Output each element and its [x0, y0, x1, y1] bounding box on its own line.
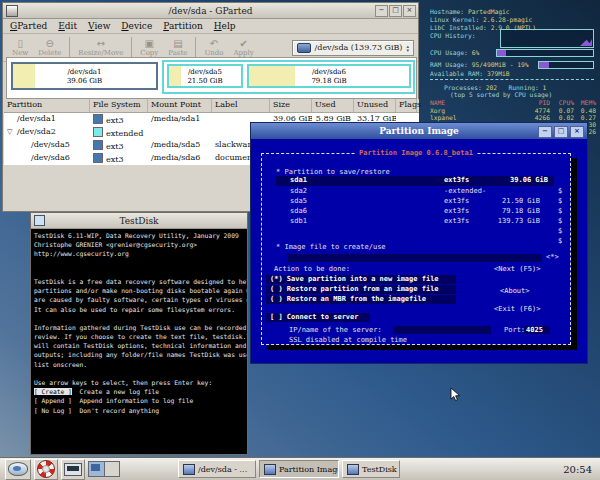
task-buttons: /dev/sda - ...Partition ImageTestDisk — [178, 460, 400, 478]
partition-box-sda6[interactable]: /dev/sda679.18 GiB — [247, 64, 411, 88]
testdisk-menu-item[interactable]: [ Create ] Create a new log file — [34, 387, 247, 396]
port-input[interactable]: 4025 — [524, 326, 550, 334]
undo-icon: ↶ — [210, 38, 218, 49]
minimize-button[interactable]: − — [538, 126, 552, 138]
delete-button[interactable]: ⊖Delete — [33, 38, 66, 57]
action-radio-0[interactable]: (*) Save partition into a new image file — [266, 275, 456, 284]
column-header-flags[interactable]: Flags — [396, 99, 417, 112]
connect-to-server-checkbox[interactable]: [ ] Connect to server — [266, 313, 370, 322]
menu-edit[interactable]: Edit — [58, 21, 77, 31]
partimage-window: Partition Image −□× Partition Image 0.6.… — [250, 122, 588, 364]
menu-option-label[interactable]: [ Create ] — [34, 388, 72, 395]
device-combo[interactable]: /dev/sda (139.73 GiB) ▴▾ — [292, 40, 414, 56]
partimage-title: Partition Image — [379, 126, 459, 136]
info-line: Hostname: PartedMagic — [430, 8, 510, 15]
lifebuoy-icon — [37, 460, 55, 478]
column-header-size[interactable]: Size — [270, 99, 312, 112]
terminal-line: Use arrow keys to select, then press Ent… — [34, 378, 247, 387]
action-radio-2[interactable]: ( ) Restore an MBR from the imagefile — [266, 295, 456, 304]
resize-move-icon: ↔ — [97, 38, 105, 49]
partition-cell: ▽/dev/sda2 — [4, 126, 90, 139]
listbox-scrollbar[interactable]: $ — [558, 227, 562, 235]
partimage-dialog-body: Partition Image 0.6.8_beta1 * Partition … — [251, 139, 587, 363]
menu-option-label[interactable]: [ Append ] — [34, 397, 72, 404]
terminal-line — [34, 314, 247, 323]
help-button[interactable] — [34, 459, 58, 480]
maximize-button[interactable]: □ — [389, 5, 402, 17]
ssl-note: SSL disabled at compile time — [289, 336, 407, 344]
gparted-titlebar[interactable]: /dev/sda - GParted −□× — [3, 3, 418, 19]
workspace-pager[interactable] — [88, 461, 120, 477]
about-button[interactable]: <About> — [500, 287, 530, 295]
gparted-app-icon — [6, 5, 18, 17]
menu-option-label[interactable]: [ No Log ] — [34, 407, 72, 414]
listbox-scrollbar[interactable]: $ — [558, 187, 562, 195]
terminal-launcher-button[interactable] — [61, 459, 85, 480]
image-file-input[interactable] — [288, 254, 542, 262]
process-table-header: NAMEPIDCPU%MEM% — [430, 99, 596, 106]
taskbar-task--dev-sda-[interactable]: /dev/sda - ... — [178, 460, 256, 478]
port-label: Port: — [504, 326, 525, 334]
undo-button[interactable]: ↶Undo — [199, 38, 228, 57]
menu-help[interactable]: Help — [214, 21, 236, 31]
column-header-used[interactable]: Used — [312, 99, 354, 112]
mount-point-cell: /media/sda1 — [148, 113, 212, 126]
exit-button[interactable]: <Exit (F6)> — [494, 305, 540, 313]
paste-icon: ▤ — [173, 38, 182, 49]
column-header-file-system[interactable]: File System — [90, 99, 148, 112]
menu-partition[interactable]: Partition — [163, 21, 203, 31]
expander-icon[interactable]: ▽ — [7, 128, 17, 136]
taskbar-task-testdisk[interactable]: TestDisk — [342, 460, 400, 478]
minimize-button[interactable]: − — [375, 5, 388, 17]
copy-button[interactable]: ▣Copy — [135, 38, 163, 57]
workspace-1[interactable] — [89, 462, 105, 476]
testdisk-menu-item[interactable]: [ Append ] Append information to log fil… — [34, 396, 247, 405]
filesystem-cell: ext3 — [90, 152, 148, 165]
close-button[interactable]: × — [403, 5, 416, 17]
start-menu-button[interactable] — [5, 459, 31, 480]
maximize-button[interactable]: □ — [554, 126, 568, 138]
processes-line: Processes: 202 Running: 1 — [444, 84, 546, 91]
partition-list-item[interactable]: sdb1 — [290, 217, 307, 225]
filesystem-cell: ext3 — [90, 139, 148, 152]
partition-list-item[interactable]: sda5 — [290, 197, 307, 205]
mouse-cursor — [450, 387, 462, 403]
listbox-scrollbar[interactable]: $ — [558, 197, 562, 205]
disk-icon — [297, 43, 311, 53]
partition-list-item[interactable]: sda2 — [290, 187, 307, 195]
apply-button[interactable]: ✔Apply — [229, 38, 259, 57]
workspace-2[interactable] — [105, 462, 120, 476]
mount-point-cell: /media/sda6 — [148, 152, 212, 165]
testdisk-titlebar[interactable]: TestDisk — [31, 213, 247, 229]
next-button[interactable]: <Next (F5)> — [494, 265, 540, 273]
server-input[interactable] — [393, 326, 491, 334]
paste-button[interactable]: ▤Paste — [163, 38, 192, 57]
listbox-scrollbar[interactable]: $ — [558, 237, 562, 245]
new-button[interactable]: ▯New — [7, 38, 33, 57]
partition-box-sda5[interactable]: /dev/sda521.50 GiB — [167, 64, 243, 88]
testdisk-menu-item[interactable]: [ No Log ] Don't record anything — [34, 406, 247, 415]
column-header-partition[interactable]: Partition — [4, 99, 90, 112]
filesystem-color-swatch — [93, 140, 103, 150]
column-header-label[interactable]: Label — [212, 99, 270, 112]
partition-list-item[interactable]: sda6 — [290, 207, 307, 215]
listbox-scrollbar[interactable]: $ — [558, 217, 562, 225]
terminal-line: list onscreen. — [34, 360, 247, 369]
partition-box-sda1[interactable]: /dev/sda139.06 GiB — [11, 62, 158, 90]
action-radio-1[interactable]: ( ) Restore partition from an image file — [266, 285, 456, 294]
terminal-line: review. If you choose to create the text… — [34, 332, 247, 341]
partition-list-item-selected[interactable]: sda1ext3fs39.06 GiB — [276, 176, 554, 186]
listbox-scrollbar[interactable]: $ — [558, 207, 562, 215]
filesystem-color-swatch — [93, 153, 103, 163]
menu-device[interactable]: Device — [121, 21, 152, 31]
column-header-unused[interactable]: Unused — [354, 99, 396, 112]
cpu-usage-bar — [496, 49, 594, 57]
close-button[interactable]: × — [570, 126, 584, 138]
menu-view[interactable]: View — [88, 21, 110, 31]
column-header-mount-point[interactable]: Mount Point — [148, 99, 212, 112]
partimage-titlebar[interactable]: Partition Image −□× — [251, 123, 587, 139]
image-file-section-label: * Image file to create/use — [276, 243, 386, 251]
resize-move-button[interactable]: ↔Resize/Move — [73, 38, 128, 57]
menu-gparted[interactable]: GParted — [10, 21, 47, 31]
taskbar-task-partition-image[interactable]: Partition Image — [259, 460, 339, 478]
